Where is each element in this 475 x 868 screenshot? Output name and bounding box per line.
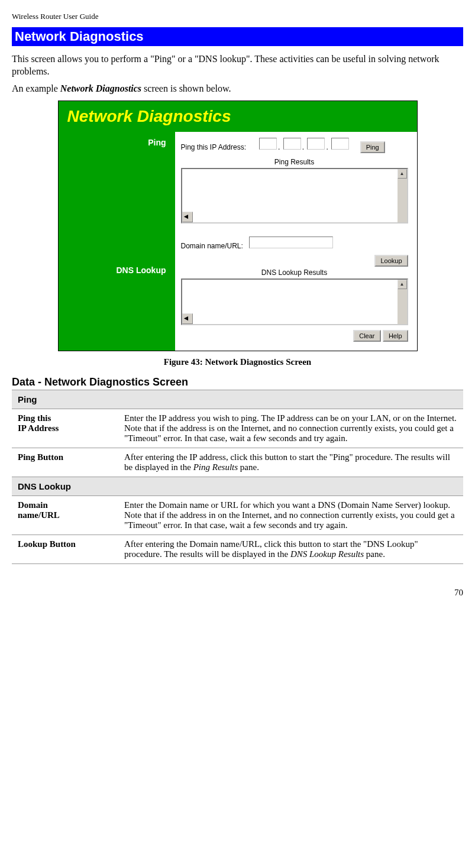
sidebar-ping-label: Ping [64,138,166,147]
ping-desc-c: pane. [238,462,259,472]
lookup-button[interactable]: Lookup [374,255,408,267]
ping-results-label: Ping Results [181,158,408,166]
data-heading: Data - Network Diagnostics Screen [12,376,463,388]
screenshot-sidebar: Ping DNS Lookup [59,132,175,351]
figure-caption: Figure 43: Network Diagnostics Screen [12,357,463,367]
ping-ip-row: Ping this IP Address: . . . Ping [181,138,408,153]
ping-desc-b: Ping Results [193,462,238,472]
ping-ip-label: Ping this IP Address: [181,143,247,151]
scroll-left-icon[interactable]: ◄ [182,212,193,222]
ping-section-label: Ping [12,390,463,409]
screenshot-content: Ping this IP Address: . . . Ping Ping Re… [175,132,417,351]
help-button[interactable]: Help [383,330,408,342]
ip-octet-1[interactable] [259,138,277,150]
ping-button[interactable]: Ping [360,141,385,153]
ip-octet-4[interactable] [331,138,349,150]
table-section-ping: Ping [12,390,463,409]
ping-button-row-label: Ping Button [12,448,118,477]
ping-ip-row-desc: Enter the IP address you wish to ping. T… [118,409,463,448]
dns-results-label: DNS Lookup Results [181,268,408,277]
table-row: Domainname/URL Enter the Domain name or … [12,496,463,535]
screenshot-title-bar: Network Diagnostics [59,101,417,132]
lookup-desc-b: DNS Lookup Results [290,549,364,559]
ping-ip-row-label: Ping thisIP Address [12,409,118,448]
scroll-left-icon-2[interactable]: ◄ [182,313,193,324]
section-title: Network Diagnostics [12,27,463,46]
dns-section-label: DNS Lookup [12,477,463,496]
domain-row-desc: Enter the Domain name or URL for which y… [118,496,463,535]
screenshot-title: Network Diagnostics [67,107,231,125]
clear-button[interactable]: Clear [353,330,380,342]
ping-results-box[interactable]: ▲ ◄ [181,168,408,224]
screenshot-figure: Network Diagnostics Ping DNS Lookup Ping… [58,101,418,351]
data-table: Ping Ping thisIP Address Enter the IP ad… [12,390,463,564]
sidebar-dns-label: DNS Lookup [64,265,166,275]
table-row: Ping thisIP Address Enter the IP address… [12,409,463,448]
page-number: 70 [12,588,463,598]
domain-row-label: Domainname/URL [12,496,118,535]
lookup-row-desc: After entering the Domain name/URL, clic… [118,535,463,564]
page-header: Wireless Router User Guide [12,12,463,21]
lookup-row-label: Lookup Button [12,535,118,564]
table-section-dns: DNS Lookup [12,477,463,496]
bottom-button-row: Clear Help [181,330,408,342]
screenshot-body: Ping DNS Lookup Ping this IP Address: . … [59,132,417,351]
ip-octet-3[interactable] [307,138,325,150]
ping-button-row-desc: After entering the IP address, click thi… [118,448,463,477]
domain-input[interactable] [249,237,333,248]
table-row: Lookup Button After entering the Domain … [12,535,463,564]
intro-text-a: An example [12,83,60,93]
scroll-up-icon[interactable]: ▲ [398,169,407,179]
scroll-up-icon-2[interactable]: ▲ [398,280,407,289]
lookup-desc-c: pane. [364,549,385,559]
intro-paragraph-1: This screen allows you to perform a "Pin… [12,53,463,78]
ping-desc-a: After entering the IP address, click thi… [124,452,450,472]
dns-results-box[interactable]: ▲ ◄ [181,278,408,325]
domain-label: Domain name/URL: [181,242,243,250]
intro-text-c: screen is shown below. [141,83,231,93]
scrollbar-vertical-2[interactable]: ▲ [398,280,407,324]
intro-paragraph-2: An example Network Diagnostics screen is… [12,83,463,95]
table-row: Ping Button After entering the IP addres… [12,448,463,477]
scrollbar-vertical[interactable]: ▲ [398,169,407,222]
lookup-button-row: Lookup [181,255,408,267]
intro-text-b: Network Diagnostics [60,83,141,93]
domain-row: Domain name/URL: [181,237,408,250]
ip-octet-2[interactable] [283,138,301,150]
